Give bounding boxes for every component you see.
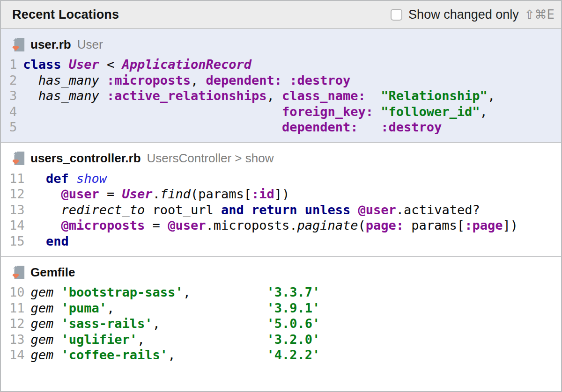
locations-list: user.rbUser1class User < ApplicationReco… <box>1 29 561 391</box>
code-token: '4.2.2' <box>266 348 320 362</box>
code-token: def <box>46 171 69 186</box>
code-line: 14gem 'coffee-rails', '4.2.2' <box>9 347 561 363</box>
file-context: UsersController > show <box>147 151 274 166</box>
recent-location-entry-gemfile[interactable]: Gemfile10gem 'bootstrap-sass', '3.3.7'11… <box>1 257 561 391</box>
show-changed-only-label[interactable]: Show changed only <box>408 7 519 22</box>
code-line: 3 has_many :active_relationships, class_… <box>9 88 561 104</box>
code-token: has_many <box>38 73 99 87</box>
code-token <box>350 203 358 217</box>
code-token <box>69 171 76 186</box>
code-token: @user <box>61 187 99 201</box>
code-token: paginate <box>297 218 358 232</box>
code-token <box>31 218 61 232</box>
code-line: 11gem 'puma', '3.9.1' <box>9 300 561 316</box>
code-token: User <box>122 187 153 201</box>
code-token: < <box>99 57 122 72</box>
ruby-file-icon <box>12 151 25 166</box>
code-token <box>53 348 61 362</box>
code-token: :page <box>465 218 503 232</box>
code-token <box>282 73 289 87</box>
code-token: 'coffee-rails' <box>61 348 168 362</box>
code-token: ]) <box>503 218 518 232</box>
code-token: find <box>160 187 191 201</box>
line-number: 13 <box>9 332 25 348</box>
line-number: 11 <box>9 171 25 187</box>
code-token: and <box>221 203 244 217</box>
code-token: "follower_id" <box>381 104 480 119</box>
file-name: Gemfile <box>30 265 75 280</box>
code-token: redirect_to <box>61 203 145 217</box>
code-token: = <box>145 218 168 232</box>
code-token: :active_relationships <box>107 88 266 103</box>
line-number: 4 <box>9 104 17 120</box>
recent-location-entry-user-rb[interactable]: user.rbUser1class User < ApplicationReco… <box>1 29 561 143</box>
code-token: '3.9.1' <box>266 301 320 315</box>
code-token: end <box>46 234 69 248</box>
code-snippet: 10gem 'bootstrap-sass', '3.3.7'11gem 'pu… <box>1 284 561 363</box>
line-number: 12 <box>9 186 25 202</box>
code-token: class <box>23 57 61 72</box>
code-line: 4 foreign_key: "follower_id", <box>9 104 561 120</box>
code-token: dependent: <box>206 73 282 87</box>
line-number: 5 <box>9 119 17 135</box>
code-token: , <box>266 88 282 103</box>
code-snippet: 1class User < ApplicationRecord2 has_man… <box>1 57 561 135</box>
code-snippet: 11 def show12 @user = User.find(params[:… <box>1 171 561 249</box>
line-number: 12 <box>9 316 25 332</box>
show-changed-only-checkbox[interactable] <box>391 9 402 21</box>
code-token <box>23 104 282 119</box>
code-token: dependent: <box>282 120 358 134</box>
code-token <box>23 88 38 103</box>
popup-titlebar: Recent Locations Show changed only ⇧⌘E <box>1 1 561 29</box>
code-token: , <box>137 332 266 347</box>
code-line: 13gem 'uglifier', '3.2.0' <box>9 332 561 348</box>
code-token <box>53 301 61 315</box>
code-token: 'bootstrap-sass' <box>61 285 183 299</box>
recent-location-entry-users-controller-rb[interactable]: users_controller.rbUsersController > sho… <box>1 143 561 257</box>
code-line: 14 @microposts = @user.microposts.pagina… <box>9 218 561 233</box>
code-token <box>31 234 46 248</box>
line-number: 10 <box>9 284 25 300</box>
code-line: 5 dependent: :destroy <box>9 119 561 135</box>
code-token: params[ <box>404 218 465 232</box>
file-header: Gemfile <box>1 263 561 282</box>
code-token: unless <box>305 203 351 217</box>
code-token <box>244 203 251 217</box>
code-token: , <box>168 348 266 362</box>
code-line: 10gem 'bootstrap-sass', '3.3.7' <box>9 284 561 300</box>
shortcut-hint: ⇧⌘E <box>525 7 555 22</box>
line-number: 1 <box>9 57 17 73</box>
code-token <box>358 120 381 134</box>
file-context: User <box>77 37 103 52</box>
code-token <box>53 316 61 331</box>
code-token: root_url <box>145 203 221 217</box>
code-token: '3.3.7' <box>266 285 320 299</box>
popup-title: Recent Locations <box>12 7 119 22</box>
code-token: :destroy <box>381 120 442 134</box>
code-token: ( <box>358 218 366 232</box>
code-token <box>297 203 305 217</box>
code-token: , <box>488 88 495 103</box>
line-number: 3 <box>9 88 17 104</box>
code-token <box>31 203 61 217</box>
code-token: 'uglifier' <box>61 332 138 347</box>
code-token: .microposts. <box>206 218 297 232</box>
code-token: "Relationship" <box>381 88 488 103</box>
code-token <box>31 187 61 201</box>
code-token: @microposts <box>61 218 145 232</box>
code-token: ]) <box>274 187 290 201</box>
code-token: return <box>251 203 297 217</box>
line-number: 13 <box>9 202 25 218</box>
code-token: (params[ <box>191 187 251 201</box>
file-header: users_controller.rbUsersController > sho… <box>1 149 561 168</box>
code-token: '5.0.6' <box>266 316 320 331</box>
code-line: 11 def show <box>9 171 561 187</box>
file-header: user.rbUser <box>1 35 561 54</box>
code-token: class_name: <box>282 88 366 103</box>
code-token: 'sass-rails' <box>61 316 153 331</box>
code-token: , <box>153 316 267 331</box>
code-token: foreign_key: <box>282 104 373 119</box>
code-token: show <box>76 171 107 186</box>
code-line: 15 end <box>9 233 561 249</box>
code-token: :destroy <box>289 73 350 87</box>
